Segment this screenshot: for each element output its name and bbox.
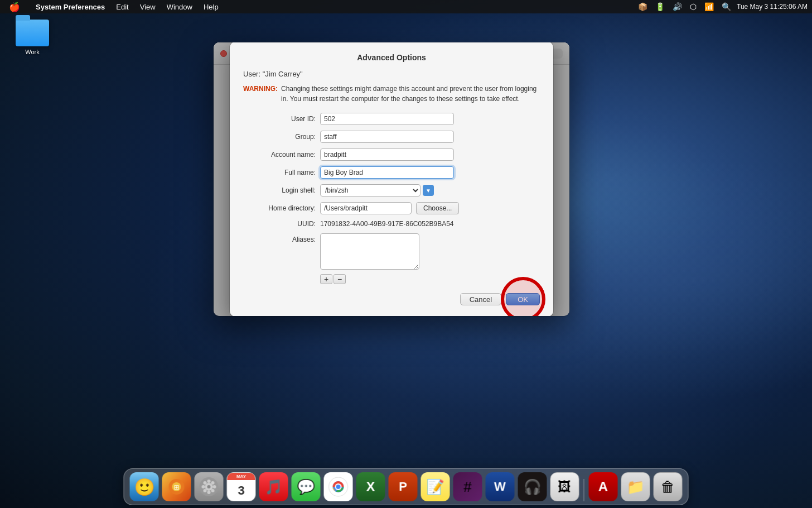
cancel-button[interactable]: Cancel <box>460 293 501 305</box>
folder-label: Work <box>25 49 39 55</box>
svg-point-6 <box>207 480 211 483</box>
dock-item-acrobat[interactable]: A <box>589 472 618 501</box>
sysprefs-window: ‹ › ⊞ Users & Groups 🔍 Search Advanced O… <box>214 42 569 316</box>
apple-menu[interactable]: 🍎 <box>4 0 25 13</box>
warning-label: WARNING: <box>243 84 278 104</box>
ok-button-wrapper: OK <box>506 293 540 305</box>
aliases-textarea[interactable] <box>320 233 419 270</box>
svg-point-7 <box>207 491 211 494</box>
dock-item-preview[interactable]: 🖼 <box>550 472 579 501</box>
dock: 🙂 ⊞ <box>124 468 689 505</box>
aliases-section: + − <box>320 233 419 284</box>
ok-button[interactable]: OK <box>506 293 540 305</box>
clock: Tue May 3 11:25:06 AM <box>737 3 808 11</box>
svg-point-10 <box>204 481 207 485</box>
user-id-row: User ID: <box>243 113 540 125</box>
battery-icon: 🔋 <box>653 2 667 11</box>
volume-icon: 🔊 <box>670 2 684 11</box>
group-label: Group: <box>243 133 316 141</box>
uuid-label: UUID: <box>243 220 316 228</box>
dock-item-finder[interactable]: 🙂 <box>130 472 159 501</box>
account-name-label: Account name: <box>243 151 316 159</box>
desktop-folder-work[interactable]: Work <box>10 20 55 55</box>
menubar-edit[interactable]: Edit <box>112 0 133 13</box>
login-shell-select-row: /bin/zsh /bin/bash /bin/sh ▼ <box>320 184 434 197</box>
svg-point-9 <box>213 485 216 488</box>
dock-separator <box>584 479 584 501</box>
dock-item-files[interactable]: 📁 <box>621 472 650 501</box>
aliases-row: Aliases: + − <box>243 233 540 284</box>
warning-text: Changing these settings might damage thi… <box>281 84 540 104</box>
dock-item-notes[interactable]: 📝 <box>421 472 450 501</box>
svg-text:⊞: ⊞ <box>174 483 180 491</box>
dock-item-music[interactable]: 🎵 <box>259 472 288 501</box>
login-shell-label: Login shell: <box>243 186 316 194</box>
group-input[interactable] <box>320 131 454 143</box>
dock-item-slack[interactable]: # <box>453 472 482 501</box>
choose-button[interactable]: Choose... <box>416 202 459 214</box>
menubar-right: 📦 🔋 🔊 ⬡ 📶 🔍 Tue May 3 11:25:06 AM <box>636 2 808 11</box>
menubar-view[interactable]: View <box>136 0 160 13</box>
dock-item-sysprefs[interactable] <box>195 472 224 501</box>
menubar-app-name[interactable]: System Preferences <box>31 0 109 13</box>
wifi-icon: 📶 <box>702 2 716 11</box>
login-shell-select[interactable]: /bin/zsh /bin/bash /bin/sh <box>320 184 420 197</box>
folder-icon <box>16 20 49 46</box>
add-alias-button[interactable]: + <box>320 274 332 284</box>
dock-item-word[interactable]: W <box>486 472 515 501</box>
svg-point-17 <box>336 485 341 489</box>
bluetooth-icon: ⬡ <box>688 2 699 11</box>
full-name-input[interactable] <box>320 166 454 179</box>
dropbox-icon: 📦 <box>636 2 650 11</box>
svg-point-13 <box>204 489 207 492</box>
dialog-buttons: Cancel OK <box>243 293 540 305</box>
home-dir-row: Home directory: Choose... <box>243 202 540 214</box>
dialog-user-line: User: "Jim Carrey" <box>243 70 540 78</box>
aliases-controls: + − <box>320 274 419 284</box>
full-name-row: Full name: <box>243 166 540 179</box>
desktop: 🍎 System Preferences Edit View Window He… <box>0 0 812 508</box>
group-row: Group: <box>243 131 540 143</box>
menubar-left: 🍎 System Preferences Edit View Window He… <box>4 0 223 13</box>
home-dir-input-row: Choose... <box>320 202 459 214</box>
dock-item-excel[interactable]: X <box>356 472 385 501</box>
dialog-title: Advanced Options <box>243 53 540 62</box>
aliases-label: Aliases: <box>243 233 316 243</box>
dock-item-launchpad[interactable]: ⊞ <box>162 472 191 501</box>
select-arrow-icon: ▼ <box>423 185 434 196</box>
full-name-label: Full name: <box>243 169 316 176</box>
user-id-input[interactable] <box>320 113 454 125</box>
svg-point-12 <box>211 481 215 485</box>
user-id-label: User ID: <box>243 115 316 123</box>
search-icon[interactable]: 🔍 <box>719 2 733 11</box>
menubar-help[interactable]: Help <box>199 0 223 13</box>
dock-item-trash[interactable]: 🗑 <box>654 472 683 501</box>
dock-item-spotify[interactable]: 🎧 <box>518 472 547 501</box>
dock-item-messages[interactable]: 💬 <box>292 472 321 501</box>
dialog-warning: WARNING: Changing these settings might d… <box>243 84 540 104</box>
uuid-value: 17091832-4A00-49B9-917E-86C052B9BA54 <box>320 220 454 228</box>
svg-point-8 <box>202 485 205 488</box>
login-shell-row: Login shell: /bin/zsh /bin/bash /bin/sh … <box>243 184 540 197</box>
account-name-input[interactable] <box>320 148 454 161</box>
dock-item-powerpoint[interactable]: P <box>389 472 418 501</box>
menubar: 🍎 System Preferences Edit View Window He… <box>0 0 812 13</box>
remove-alias-button[interactable]: − <box>334 274 346 284</box>
menubar-window[interactable]: Window <box>162 0 197 13</box>
home-dir-label: Home directory: <box>243 204 316 212</box>
home-dir-input[interactable] <box>320 202 412 214</box>
account-name-row: Account name: <box>243 148 540 161</box>
dock-item-calendar[interactable]: MAY 3 <box>227 472 256 501</box>
svg-point-5 <box>207 485 211 488</box>
svg-point-11 <box>211 489 215 492</box>
dock-item-chrome[interactable] <box>324 472 353 501</box>
advanced-options-dialog: Advanced Options User: "Jim Carrey" WARN… <box>230 42 553 316</box>
dialog-overlay: Advanced Options User: "Jim Carrey" WARN… <box>214 42 569 316</box>
uuid-row: UUID: 17091832-4A00-49B9-917E-86C052B9BA… <box>243 220 540 228</box>
